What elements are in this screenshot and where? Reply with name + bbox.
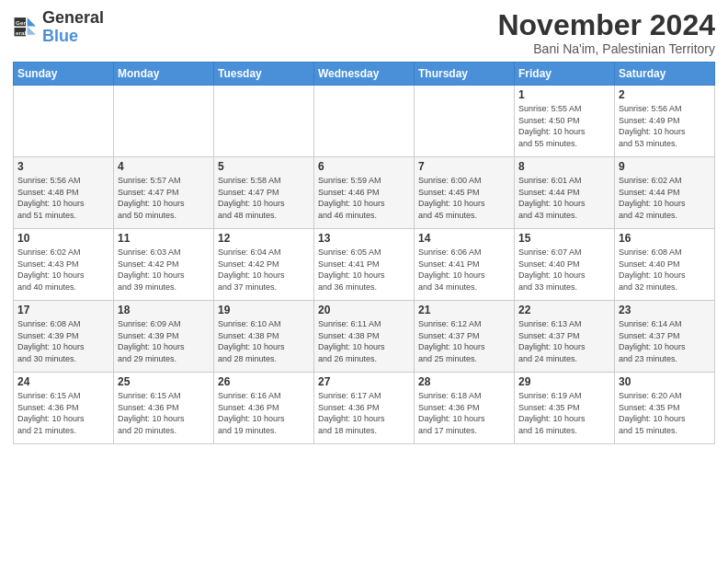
day-cell: 3Sunrise: 5:56 AM Sunset: 4:48 PM Daylig… bbox=[14, 157, 114, 229]
logo-icon: Gen eral bbox=[13, 15, 39, 40]
day-info: Sunrise: 6:03 AM Sunset: 4:42 PM Dayligh… bbox=[118, 247, 210, 293]
svg-text:Gen: Gen bbox=[16, 19, 27, 26]
day-cell: 11Sunrise: 6:03 AM Sunset: 4:42 PM Dayli… bbox=[114, 229, 214, 301]
day-number: 18 bbox=[118, 304, 210, 316]
day-cell: 12Sunrise: 6:04 AM Sunset: 4:42 PM Dayli… bbox=[214, 229, 314, 301]
day-cell bbox=[314, 86, 415, 157]
day-info: Sunrise: 6:18 AM Sunset: 4:36 PM Dayligh… bbox=[418, 390, 510, 436]
day-cell: 26Sunrise: 6:16 AM Sunset: 4:36 PM Dayli… bbox=[214, 373, 314, 444]
day-info: Sunrise: 6:17 AM Sunset: 4:36 PM Dayligh… bbox=[318, 390, 410, 436]
header-cell-tuesday: Tuesday bbox=[214, 63, 314, 86]
location-subtitle: Bani Na'im, Palestinian Territory bbox=[497, 41, 715, 56]
day-cell: 23Sunrise: 6:14 AM Sunset: 4:37 PM Dayli… bbox=[615, 301, 715, 373]
day-info: Sunrise: 6:08 AM Sunset: 4:39 PM Dayligh… bbox=[17, 318, 109, 364]
day-info: Sunrise: 6:05 AM Sunset: 4:41 PM Dayligh… bbox=[318, 247, 410, 293]
day-cell: 20Sunrise: 6:11 AM Sunset: 4:38 PM Dayli… bbox=[314, 301, 415, 373]
header-cell-wednesday: Wednesday bbox=[314, 63, 415, 86]
day-info: Sunrise: 5:59 AM Sunset: 4:46 PM Dayligh… bbox=[318, 175, 410, 221]
day-info: Sunrise: 6:12 AM Sunset: 4:37 PM Dayligh… bbox=[418, 318, 510, 364]
day-number: 1 bbox=[518, 88, 610, 101]
day-number: 9 bbox=[619, 160, 711, 173]
day-number: 17 bbox=[17, 304, 109, 316]
day-info: Sunrise: 6:01 AM Sunset: 4:44 PM Dayligh… bbox=[518, 175, 610, 221]
day-cell: 21Sunrise: 6:12 AM Sunset: 4:37 PM Dayli… bbox=[415, 301, 515, 373]
day-cell: 18Sunrise: 6:09 AM Sunset: 4:39 PM Dayli… bbox=[114, 301, 214, 373]
week-row-3: 10Sunrise: 6:02 AM Sunset: 4:43 PM Dayli… bbox=[14, 229, 715, 301]
day-number: 28 bbox=[418, 375, 510, 388]
day-number: 10 bbox=[17, 232, 109, 245]
day-info: Sunrise: 5:57 AM Sunset: 4:47 PM Dayligh… bbox=[118, 175, 210, 221]
svg-text:eral: eral bbox=[16, 29, 26, 36]
calendar-body: 1Sunrise: 5:55 AM Sunset: 4:50 PM Daylig… bbox=[14, 86, 715, 444]
header-cell-friday: Friday bbox=[515, 63, 615, 86]
day-number: 21 bbox=[418, 304, 510, 316]
day-cell: 4Sunrise: 5:57 AM Sunset: 4:47 PM Daylig… bbox=[114, 157, 214, 229]
logo-line2: Blue bbox=[42, 28, 104, 46]
day-cell: 19Sunrise: 6:10 AM Sunset: 4:38 PM Dayli… bbox=[214, 301, 314, 373]
day-cell bbox=[14, 86, 114, 157]
calendar-header: SundayMondayTuesdayWednesdayThursdayFrid… bbox=[14, 63, 715, 86]
week-row-1: 1Sunrise: 5:55 AM Sunset: 4:50 PM Daylig… bbox=[14, 86, 715, 157]
day-number: 27 bbox=[318, 375, 410, 388]
day-cell: 15Sunrise: 6:07 AM Sunset: 4:40 PM Dayli… bbox=[515, 229, 615, 301]
day-info: Sunrise: 6:10 AM Sunset: 4:38 PM Dayligh… bbox=[218, 318, 310, 364]
day-info: Sunrise: 6:09 AM Sunset: 4:39 PM Dayligh… bbox=[118, 318, 210, 364]
header: Gen eral General Blue November 2024 Bani… bbox=[13, 9, 715, 56]
header-cell-saturday: Saturday bbox=[615, 63, 715, 86]
day-info: Sunrise: 6:11 AM Sunset: 4:38 PM Dayligh… bbox=[318, 318, 410, 364]
day-cell: 10Sunrise: 6:02 AM Sunset: 4:43 PM Dayli… bbox=[14, 229, 114, 301]
header-cell-monday: Monday bbox=[114, 63, 214, 86]
day-info: Sunrise: 5:58 AM Sunset: 4:47 PM Dayligh… bbox=[218, 175, 310, 221]
day-cell: 28Sunrise: 6:18 AM Sunset: 4:36 PM Dayli… bbox=[415, 373, 515, 444]
day-cell: 8Sunrise: 6:01 AM Sunset: 4:44 PM Daylig… bbox=[515, 157, 615, 229]
day-number: 8 bbox=[518, 160, 610, 173]
day-info: Sunrise: 5:56 AM Sunset: 4:49 PM Dayligh… bbox=[619, 103, 711, 149]
day-number: 15 bbox=[518, 232, 610, 245]
day-cell: 27Sunrise: 6:17 AM Sunset: 4:36 PM Dayli… bbox=[314, 373, 415, 444]
day-cell: 9Sunrise: 6:02 AM Sunset: 4:44 PM Daylig… bbox=[615, 157, 715, 229]
day-info: Sunrise: 5:56 AM Sunset: 4:48 PM Dayligh… bbox=[17, 175, 109, 221]
day-number: 24 bbox=[17, 375, 109, 388]
day-cell: 13Sunrise: 6:05 AM Sunset: 4:41 PM Dayli… bbox=[314, 229, 415, 301]
day-info: Sunrise: 6:19 AM Sunset: 4:35 PM Dayligh… bbox=[518, 390, 610, 436]
logo-line1: General bbox=[42, 9, 104, 28]
day-number: 11 bbox=[118, 232, 210, 245]
day-number: 12 bbox=[218, 232, 310, 245]
day-cell: 17Sunrise: 6:08 AM Sunset: 4:39 PM Dayli… bbox=[14, 301, 114, 373]
day-cell: 16Sunrise: 6:08 AM Sunset: 4:40 PM Dayli… bbox=[615, 229, 715, 301]
day-number: 3 bbox=[17, 160, 109, 173]
day-info: Sunrise: 6:07 AM Sunset: 4:40 PM Dayligh… bbox=[518, 247, 610, 293]
logo: Gen eral General Blue bbox=[13, 9, 104, 46]
day-number: 14 bbox=[418, 232, 510, 245]
day-info: Sunrise: 6:08 AM Sunset: 4:40 PM Dayligh… bbox=[619, 247, 711, 293]
day-cell: 25Sunrise: 6:15 AM Sunset: 4:36 PM Dayli… bbox=[114, 373, 214, 444]
day-cell: 7Sunrise: 6:00 AM Sunset: 4:45 PM Daylig… bbox=[415, 157, 515, 229]
week-row-2: 3Sunrise: 5:56 AM Sunset: 4:48 PM Daylig… bbox=[14, 157, 715, 229]
calendar-table: SundayMondayTuesdayWednesdayThursdayFrid… bbox=[13, 62, 715, 444]
day-number: 4 bbox=[118, 160, 210, 173]
header-row: SundayMondayTuesdayWednesdayThursdayFrid… bbox=[14, 63, 715, 86]
day-number: 16 bbox=[619, 232, 711, 245]
day-info: Sunrise: 6:15 AM Sunset: 4:36 PM Dayligh… bbox=[17, 390, 109, 436]
day-info: Sunrise: 5:55 AM Sunset: 4:50 PM Dayligh… bbox=[518, 103, 610, 149]
title-area: November 2024 Bani Na'im, Palestinian Te… bbox=[497, 9, 715, 56]
day-cell: 22Sunrise: 6:13 AM Sunset: 4:37 PM Dayli… bbox=[515, 301, 615, 373]
day-number: 13 bbox=[318, 232, 410, 245]
day-info: Sunrise: 6:13 AM Sunset: 4:37 PM Dayligh… bbox=[518, 318, 610, 364]
day-number: 2 bbox=[619, 88, 711, 101]
day-cell bbox=[415, 86, 515, 157]
day-info: Sunrise: 6:16 AM Sunset: 4:36 PM Dayligh… bbox=[218, 390, 310, 436]
day-cell: 6Sunrise: 5:59 AM Sunset: 4:46 PM Daylig… bbox=[314, 157, 415, 229]
day-cell: 24Sunrise: 6:15 AM Sunset: 4:36 PM Dayli… bbox=[14, 373, 114, 444]
day-cell bbox=[114, 86, 214, 157]
day-number: 26 bbox=[218, 375, 310, 388]
header-cell-thursday: Thursday bbox=[415, 63, 515, 86]
day-number: 29 bbox=[518, 375, 610, 388]
day-number: 30 bbox=[619, 375, 711, 388]
day-info: Sunrise: 6:14 AM Sunset: 4:37 PM Dayligh… bbox=[619, 318, 711, 364]
day-cell: 14Sunrise: 6:06 AM Sunset: 4:41 PM Dayli… bbox=[415, 229, 515, 301]
day-number: 19 bbox=[218, 304, 310, 316]
day-info: Sunrise: 6:00 AM Sunset: 4:45 PM Dayligh… bbox=[418, 175, 510, 221]
logo-text: General Blue bbox=[42, 9, 104, 46]
page: Gen eral General Blue November 2024 Bani… bbox=[0, 0, 728, 563]
